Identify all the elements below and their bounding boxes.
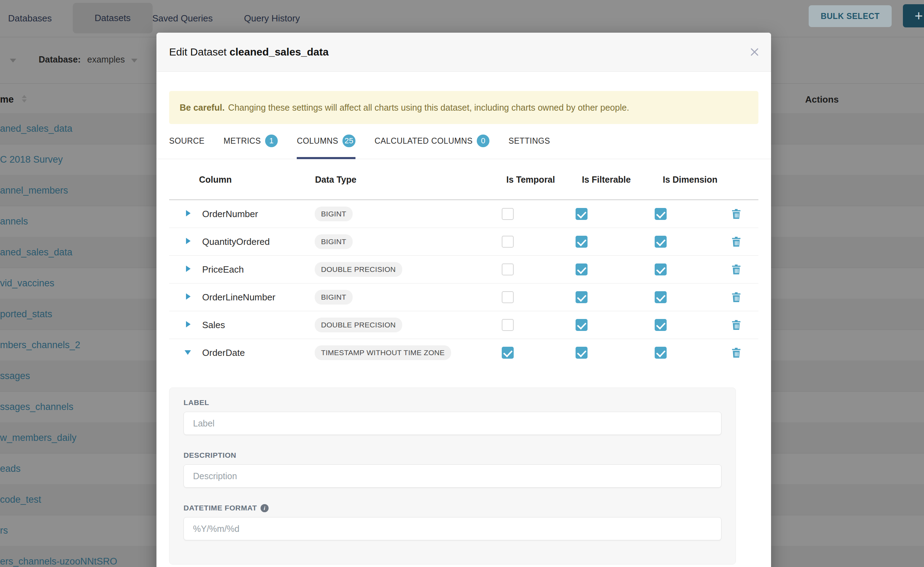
modal-body: Be careful.Changing these settings will … (157, 91, 771, 564)
column-name: QuantityOrdered (202, 236, 270, 248)
nav-tab-query-history[interactable]: Query History (244, 0, 300, 37)
column-name: OrderDate (202, 347, 245, 358)
is-dimension-header: Is Dimension (663, 175, 718, 185)
is-filterable-checkbox[interactable] (576, 264, 587, 275)
column-row-orderdate: OrderDate TIMESTAMP WITHOUT TIME ZONE (169, 339, 758, 366)
is-filterable-checkbox[interactable] (576, 319, 587, 331)
top-navigation: Databases Datasets Saved Queries Query H… (0, 0, 924, 37)
tab-settings[interactable]: SETTINGS (509, 136, 550, 159)
datetime-format-input[interactable] (184, 517, 721, 540)
warning-banner: Be careful.Changing these settings will … (169, 91, 758, 124)
delete-column-trash-icon[interactable] (732, 292, 741, 304)
datetime-format-field-label: DATETIME FORMAT i (184, 504, 721, 512)
close-icon[interactable] (749, 46, 760, 58)
is-dimension-checkbox[interactable] (655, 319, 667, 331)
name-column-header[interactable]: me (0, 83, 14, 116)
database-dropdown-caret-icon[interactable] (131, 58, 137, 63)
bulk-select-button[interactable]: BULK SELECT (809, 5, 892, 27)
is-dimension-checkbox[interactable] (655, 264, 667, 275)
expand-caret-icon[interactable] (186, 238, 191, 244)
is-temporal-checkbox[interactable] (502, 319, 514, 331)
column-row: QuantityOrdered BIGINT (169, 228, 758, 256)
data-type-pill: DOUBLE PRECISION (315, 262, 402, 277)
database-filter-value[interactable]: examples (87, 54, 125, 64)
label-input[interactable] (184, 412, 721, 435)
is-dimension-checkbox[interactable] (655, 347, 667, 358)
column-row: OrderLineNumber BIGINT (169, 284, 758, 311)
column-editor-panel: LABEL DESCRIPTION DATETIME FORMAT i (169, 387, 736, 564)
actions-column-header: Actions (805, 83, 838, 116)
data-type-header: Data Type (315, 175, 357, 185)
column-row: OrderNumber BIGINT (169, 200, 758, 228)
column-header: Column (199, 175, 232, 185)
tab-metrics[interactable]: METRICS 1 (224, 136, 278, 159)
data-type-pill: BIGINT (315, 290, 353, 304)
is-dimension-checkbox[interactable] (655, 236, 667, 248)
is-filterable-checkbox[interactable] (576, 347, 587, 358)
delete-column-trash-icon[interactable] (732, 320, 741, 332)
edit-dataset-modal: Edit Dataset cleaned_sales_data Be caref… (157, 33, 771, 567)
columns-count-badge: 25 (342, 135, 355, 147)
collapse-caret-icon[interactable] (185, 350, 191, 355)
expand-caret-icon[interactable] (186, 293, 191, 300)
is-filterable-checkbox[interactable] (576, 208, 587, 220)
expand-caret-icon[interactable] (186, 266, 191, 272)
column-row: Sales DOUBLE PRECISION (169, 311, 758, 339)
delete-column-trash-icon[interactable] (732, 264, 741, 276)
add-dataset-button[interactable]: + (903, 4, 924, 27)
expand-caret-icon[interactable] (186, 210, 191, 216)
column-name: Sales (202, 320, 225, 331)
modal-title: Edit Dataset cleaned_sales_data (169, 46, 329, 58)
data-type-pill: BIGINT (315, 207, 353, 221)
data-type-pill: DOUBLE PRECISION (315, 318, 402, 332)
warning-text: Changing these settings will affect all … (228, 103, 629, 112)
delete-column-trash-icon[interactable] (732, 347, 741, 359)
warning-lead: Be careful. (180, 103, 225, 112)
calculated-columns-count-badge: 0 (477, 135, 489, 147)
label-field-label: LABEL (184, 398, 721, 407)
description-input[interactable] (184, 464, 721, 488)
tab-calculated-columns[interactable]: CALCULATED COLUMNS 0 (375, 136, 489, 159)
tab-columns[interactable]: COLUMNS 25 (297, 136, 355, 159)
nav-tab-saved-queries[interactable]: Saved Queries (152, 0, 213, 37)
is-dimension-checkbox[interactable] (655, 208, 667, 220)
metrics-count-badge: 1 (265, 135, 278, 147)
collapse-caret-icon[interactable] (10, 58, 16, 63)
columns-table-header: Column Data Type Is Temporal Is Filterab… (169, 159, 758, 200)
column-name: PriceEach (202, 264, 244, 275)
nav-tab-datasets[interactable]: Datasets (73, 3, 153, 33)
column-name: OrderNumber (202, 208, 258, 220)
is-filterable-header: Is Filterable (582, 175, 631, 185)
database-filter-label: Database: (39, 54, 81, 64)
modal-tabs: SOURCE METRICS 1 COLUMNS 25 CALCULATED C… (169, 136, 758, 159)
data-type-pill: BIGINT (315, 234, 353, 249)
is-filterable-checkbox[interactable] (576, 291, 587, 303)
tab-source[interactable]: SOURCE (169, 136, 205, 159)
delete-column-trash-icon[interactable] (732, 236, 741, 248)
nav-tab-databases[interactable]: Databases (8, 0, 52, 37)
expand-caret-icon[interactable] (186, 321, 191, 327)
is-filterable-checkbox[interactable] (576, 236, 587, 248)
is-temporal-checkbox[interactable] (502, 264, 514, 275)
plus-icon: + (915, 8, 922, 24)
description-field-label: DESCRIPTION (184, 451, 721, 459)
modal-header: Edit Dataset cleaned_sales_data (157, 33, 771, 72)
sort-icon[interactable] (22, 95, 27, 103)
is-dimension-checkbox[interactable] (655, 291, 667, 303)
is-temporal-checkbox[interactable] (502, 291, 514, 303)
is-temporal-checkbox[interactable] (502, 347, 514, 358)
delete-column-trash-icon[interactable] (732, 208, 741, 220)
modal-title-dataset-name: cleaned_sales_data (230, 46, 329, 58)
is-temporal-checkbox[interactable] (502, 236, 514, 248)
is-temporal-checkbox[interactable] (502, 208, 514, 220)
column-name: OrderLineNumber (202, 292, 275, 303)
column-row: PriceEach DOUBLE PRECISION (169, 256, 758, 284)
info-icon[interactable]: i (260, 504, 269, 512)
is-temporal-header: Is Temporal (506, 175, 555, 185)
data-type-pill: TIMESTAMP WITHOUT TIME ZONE (315, 345, 451, 360)
modal-title-prefix: Edit Dataset (169, 46, 226, 58)
